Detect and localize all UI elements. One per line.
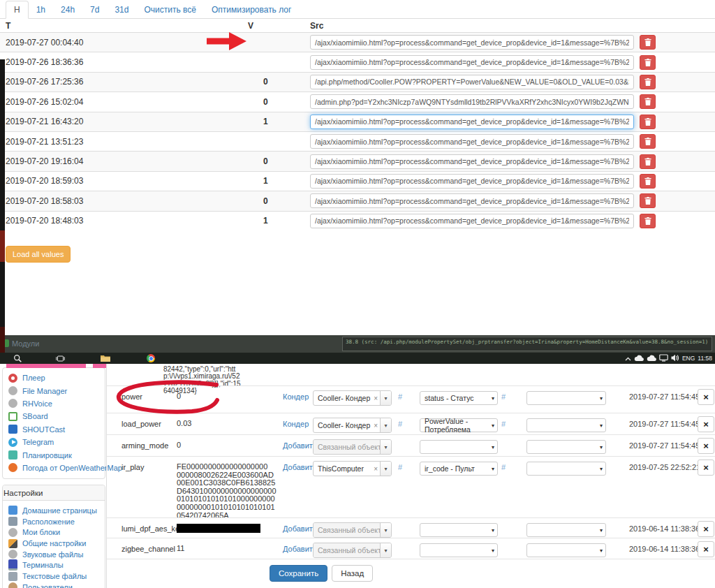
log-src-input[interactable]: [310, 35, 634, 50]
remove-property-button[interactable]: ×: [698, 460, 714, 476]
object-link[interactable]: Кондер: [283, 392, 309, 401]
delete-log-button[interactable]: [640, 94, 656, 109]
hash-link[interactable]: #: [398, 392, 402, 401]
sidebar-item-users[interactable]: Пользователи: [3, 582, 105, 588]
log-src-input[interactable]: [310, 214, 634, 228]
linked-object-select[interactable]: Cooller- Кондер×▾: [313, 390, 392, 406]
delete-log-button[interactable]: [640, 154, 656, 169]
tab-31d[interactable]: 31d: [107, 1, 136, 18]
property-select[interactable]: ▾: [420, 543, 498, 557]
delete-log-button[interactable]: [640, 134, 656, 149]
sidebar-item-sboard[interactable]: SBoard: [3, 410, 105, 422]
sidebar-item-text-files[interactable]: Текстовые файлы: [3, 571, 105, 582]
clear-icon[interactable]: ×: [371, 422, 380, 429]
sidebar-item-player[interactable]: Плеер: [3, 372, 105, 384]
log-time: 2019-07-21 16:43:20: [0, 117, 248, 126]
tab-clear-all[interactable]: Очистить всё: [136, 1, 203, 18]
chrome-icon[interactable]: [144, 353, 158, 363]
log-src-input[interactable]: [310, 94, 634, 109]
tab-7d[interactable]: 7d: [82, 1, 107, 18]
log-src-input[interactable]: [310, 55, 634, 70]
linked-object-select[interactable]: ThisComputer×▾: [313, 461, 392, 476]
search-icon[interactable]: [10, 353, 24, 363]
trash-icon: [644, 78, 651, 86]
hash-link[interactable]: #: [398, 420, 402, 428]
remove-property-button[interactable]: ×: [698, 389, 714, 405]
sidebar-item-general-settings[interactable]: Общие настройки: [3, 538, 105, 549]
background-code-field[interactable]: 38.8 (src: /api.php/modulePropertySet/ob…: [342, 337, 712, 351]
tab-h[interactable]: H: [6, 1, 29, 19]
sidebar-item-home-pages[interactable]: Домашние страницы: [3, 505, 105, 516]
sidebar-item-terminals[interactable]: Терминалы: [3, 560, 105, 571]
remove-property-button[interactable]: ×: [698, 416, 714, 432]
sidebar-item-my-blocks[interactable]: Мои блоки: [3, 527, 105, 538]
redacted-value: [177, 524, 260, 533]
property-select[interactable]: ▾: [420, 523, 498, 537]
delete-log-button[interactable]: [640, 75, 656, 89]
log-src-input[interactable]: [310, 75, 634, 89]
log-src-input[interactable]: [310, 174, 634, 189]
sidebar-item-shoutcast[interactable]: SHOUTCast: [3, 423, 105, 436]
extra-select[interactable]: ▾: [526, 418, 606, 432]
add-link[interactable]: Добавить: [283, 524, 317, 533]
back-button[interactable]: Назад: [332, 565, 373, 582]
log-src-input-focused[interactable]: [310, 115, 634, 129]
sidebar-item-weather[interactable]: Погода от OpenWeatherMap: [3, 462, 105, 474]
delete-log-button[interactable]: [640, 174, 656, 189]
extra-select[interactable]: ▾: [526, 462, 606, 476]
linked-object-select[interactable]: Связанный объект▾: [313, 522, 392, 538]
extra-select[interactable]: ▾: [526, 523, 606, 537]
remove-property-button[interactable]: ×: [698, 521, 714, 537]
network-display-icon[interactable]: [659, 352, 668, 365]
delete-log-button[interactable]: [640, 35, 656, 50]
property-select[interactable]: PowerValue - Потребляема▾: [420, 418, 498, 432]
linked-object-select[interactable]: Связанный объект▾: [313, 439, 392, 455]
speaker-icon[interactable]: [671, 352, 679, 365]
hash-link[interactable]: #: [501, 420, 506, 428]
property-select[interactable]: status - Статус▾: [420, 391, 498, 405]
linked-object-select[interactable]: Cooller- Кондер×▾: [313, 418, 392, 433]
log-src-input[interactable]: [310, 193, 634, 208]
delete-log-button[interactable]: [640, 193, 656, 208]
extra-select[interactable]: ▾: [526, 543, 606, 557]
cloud-icon[interactable]: [647, 352, 656, 365]
load-all-values-button[interactable]: Load all values: [6, 246, 71, 263]
linked-object-select[interactable]: Связанный объект▾: [313, 543, 392, 558]
tab-1h[interactable]: 1h: [29, 1, 53, 18]
log-src-input[interactable]: [310, 154, 634, 169]
extra-select[interactable]: ▾: [526, 440, 606, 454]
object-link[interactable]: Кондер: [283, 420, 309, 428]
cloud-icon[interactable]: [634, 352, 644, 365]
sidebar-item-file-manager[interactable]: File Manager: [3, 384, 105, 397]
delete-log-button[interactable]: [640, 55, 656, 70]
chevron-up-icon[interactable]: [625, 352, 631, 365]
language-indicator[interactable]: ENG: [682, 355, 695, 362]
clear-icon[interactable]: ×: [371, 395, 380, 402]
hash-link[interactable]: #: [501, 392, 506, 401]
file-explorer-icon[interactable]: [98, 353, 112, 363]
sidebar-item-location[interactable]: Расположение: [3, 516, 105, 527]
clock[interactable]: 11:58: [698, 355, 712, 362]
log-src-input[interactable]: [310, 134, 634, 149]
hash-link[interactable]: #: [398, 463, 402, 471]
add-link[interactable]: Добавить: [283, 463, 317, 471]
property-select[interactable]: ir_code - Пульт▾: [420, 462, 498, 476]
tab-optimize-log[interactable]: Оптимизировать лог: [204, 1, 299, 18]
extra-select[interactable]: ▾: [526, 391, 606, 405]
save-button[interactable]: Сохранить: [270, 565, 327, 582]
hash-link[interactable]: #: [501, 463, 506, 471]
add-link[interactable]: Добавить: [283, 545, 317, 553]
sidebar-item-rhvoice[interactable]: RHVoice: [3, 397, 105, 410]
task-view-icon[interactable]: [53, 353, 67, 363]
sidebar-item-telegram[interactable]: Telegram: [3, 436, 105, 448]
clear-icon[interactable]: ×: [371, 465, 380, 473]
add-link[interactable]: Добавить: [283, 441, 317, 450]
remove-property-button[interactable]: ×: [698, 438, 714, 454]
property-select[interactable]: ▾: [420, 440, 498, 454]
sidebar-item-sound-files[interactable]: Звуковые файлы: [3, 549, 105, 560]
delete-log-button[interactable]: [640, 214, 656, 228]
remove-property-button[interactable]: ×: [698, 541, 714, 557]
tab-24h[interactable]: 24h: [53, 1, 82, 18]
delete-log-button[interactable]: [640, 115, 656, 129]
sidebar-item-scheduler[interactable]: Планировщик: [3, 448, 105, 461]
